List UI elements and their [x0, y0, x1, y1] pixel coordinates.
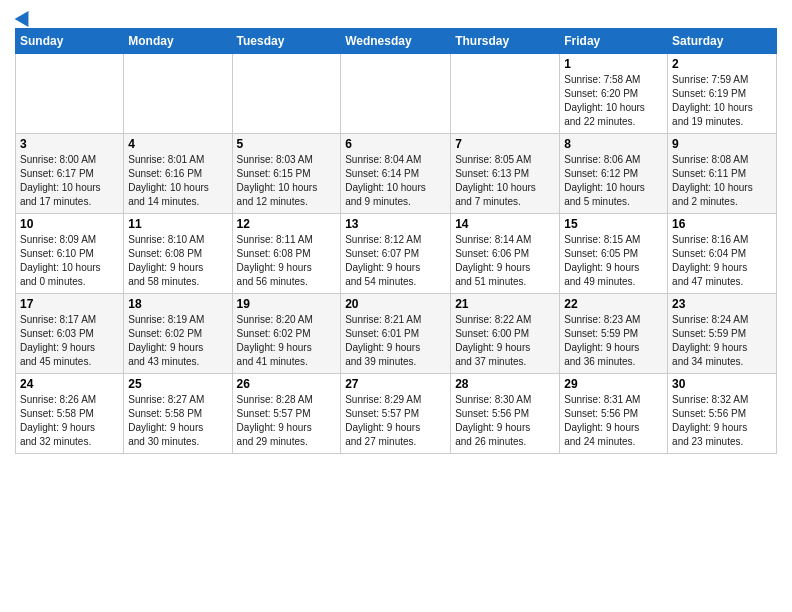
day-info: Sunrise: 8:06 AM Sunset: 6:12 PM Dayligh…: [564, 153, 663, 209]
calendar-cell: 30Sunrise: 8:32 AM Sunset: 5:56 PM Dayli…: [668, 374, 777, 454]
day-number: 2: [672, 57, 772, 71]
day-number: 4: [128, 137, 227, 151]
day-number: 14: [455, 217, 555, 231]
calendar-cell: 9Sunrise: 8:08 AM Sunset: 6:11 PM Daylig…: [668, 134, 777, 214]
day-info: Sunrise: 8:01 AM Sunset: 6:16 PM Dayligh…: [128, 153, 227, 209]
calendar-cell: 26Sunrise: 8:28 AM Sunset: 5:57 PM Dayli…: [232, 374, 341, 454]
day-info: Sunrise: 8:26 AM Sunset: 5:58 PM Dayligh…: [20, 393, 119, 449]
weekday-header-friday: Friday: [560, 29, 668, 54]
week-row-1: 1Sunrise: 7:58 AM Sunset: 6:20 PM Daylig…: [16, 54, 777, 134]
calendar-cell: 7Sunrise: 8:05 AM Sunset: 6:13 PM Daylig…: [451, 134, 560, 214]
day-number: 12: [237, 217, 337, 231]
calendar-cell: [232, 54, 341, 134]
calendar-cell: [124, 54, 232, 134]
day-info: Sunrise: 8:20 AM Sunset: 6:02 PM Dayligh…: [237, 313, 337, 369]
calendar-cell: 27Sunrise: 8:29 AM Sunset: 5:57 PM Dayli…: [341, 374, 451, 454]
weekday-header-sunday: Sunday: [16, 29, 124, 54]
day-number: 22: [564, 297, 663, 311]
day-info: Sunrise: 8:12 AM Sunset: 6:07 PM Dayligh…: [345, 233, 446, 289]
weekday-header-row: SundayMondayTuesdayWednesdayThursdayFrid…: [16, 29, 777, 54]
calendar-cell: 22Sunrise: 8:23 AM Sunset: 5:59 PM Dayli…: [560, 294, 668, 374]
day-number: 30: [672, 377, 772, 391]
day-number: 3: [20, 137, 119, 151]
day-number: 21: [455, 297, 555, 311]
day-number: 28: [455, 377, 555, 391]
calendar-cell: 21Sunrise: 8:22 AM Sunset: 6:00 PM Dayli…: [451, 294, 560, 374]
weekday-header-tuesday: Tuesday: [232, 29, 341, 54]
day-info: Sunrise: 8:22 AM Sunset: 6:00 PM Dayligh…: [455, 313, 555, 369]
day-number: 18: [128, 297, 227, 311]
calendar-body: 1Sunrise: 7:58 AM Sunset: 6:20 PM Daylig…: [16, 54, 777, 454]
day-info: Sunrise: 8:17 AM Sunset: 6:03 PM Dayligh…: [20, 313, 119, 369]
page-header: [15, 10, 777, 24]
calendar-cell: 2Sunrise: 7:59 AM Sunset: 6:19 PM Daylig…: [668, 54, 777, 134]
calendar-cell: 13Sunrise: 8:12 AM Sunset: 6:07 PM Dayli…: [341, 214, 451, 294]
calendar-cell: 10Sunrise: 8:09 AM Sunset: 6:10 PM Dayli…: [16, 214, 124, 294]
calendar-cell: 19Sunrise: 8:20 AM Sunset: 6:02 PM Dayli…: [232, 294, 341, 374]
day-number: 13: [345, 217, 446, 231]
day-info: Sunrise: 8:24 AM Sunset: 5:59 PM Dayligh…: [672, 313, 772, 369]
calendar-cell: 1Sunrise: 7:58 AM Sunset: 6:20 PM Daylig…: [560, 54, 668, 134]
calendar-cell: 5Sunrise: 8:03 AM Sunset: 6:15 PM Daylig…: [232, 134, 341, 214]
day-info: Sunrise: 7:59 AM Sunset: 6:19 PM Dayligh…: [672, 73, 772, 129]
calendar-cell: 23Sunrise: 8:24 AM Sunset: 5:59 PM Dayli…: [668, 294, 777, 374]
day-info: Sunrise: 8:30 AM Sunset: 5:56 PM Dayligh…: [455, 393, 555, 449]
day-info: Sunrise: 8:31 AM Sunset: 5:56 PM Dayligh…: [564, 393, 663, 449]
weekday-header-monday: Monday: [124, 29, 232, 54]
day-number: 8: [564, 137, 663, 151]
logo: [15, 14, 33, 24]
calendar-cell: 6Sunrise: 8:04 AM Sunset: 6:14 PM Daylig…: [341, 134, 451, 214]
calendar-cell: 4Sunrise: 8:01 AM Sunset: 6:16 PM Daylig…: [124, 134, 232, 214]
day-number: 23: [672, 297, 772, 311]
week-row-3: 10Sunrise: 8:09 AM Sunset: 6:10 PM Dayli…: [16, 214, 777, 294]
calendar-cell: [451, 54, 560, 134]
calendar-cell: 24Sunrise: 8:26 AM Sunset: 5:58 PM Dayli…: [16, 374, 124, 454]
day-info: Sunrise: 8:14 AM Sunset: 6:06 PM Dayligh…: [455, 233, 555, 289]
day-info: Sunrise: 8:04 AM Sunset: 6:14 PM Dayligh…: [345, 153, 446, 209]
day-info: Sunrise: 8:27 AM Sunset: 5:58 PM Dayligh…: [128, 393, 227, 449]
day-number: 26: [237, 377, 337, 391]
day-info: Sunrise: 8:28 AM Sunset: 5:57 PM Dayligh…: [237, 393, 337, 449]
day-info: Sunrise: 8:09 AM Sunset: 6:10 PM Dayligh…: [20, 233, 119, 289]
calendar-cell: [341, 54, 451, 134]
weekday-header-thursday: Thursday: [451, 29, 560, 54]
calendar-cell: 11Sunrise: 8:10 AM Sunset: 6:08 PM Dayli…: [124, 214, 232, 294]
week-row-4: 17Sunrise: 8:17 AM Sunset: 6:03 PM Dayli…: [16, 294, 777, 374]
day-number: 5: [237, 137, 337, 151]
calendar-cell: 17Sunrise: 8:17 AM Sunset: 6:03 PM Dayli…: [16, 294, 124, 374]
day-number: 27: [345, 377, 446, 391]
calendar-cell: 20Sunrise: 8:21 AM Sunset: 6:01 PM Dayli…: [341, 294, 451, 374]
day-info: Sunrise: 7:58 AM Sunset: 6:20 PM Dayligh…: [564, 73, 663, 129]
day-number: 29: [564, 377, 663, 391]
calendar-cell: 15Sunrise: 8:15 AM Sunset: 6:05 PM Dayli…: [560, 214, 668, 294]
day-number: 17: [20, 297, 119, 311]
day-info: Sunrise: 8:10 AM Sunset: 6:08 PM Dayligh…: [128, 233, 227, 289]
weekday-header-saturday: Saturday: [668, 29, 777, 54]
calendar-cell: 28Sunrise: 8:30 AM Sunset: 5:56 PM Dayli…: [451, 374, 560, 454]
day-number: 6: [345, 137, 446, 151]
day-info: Sunrise: 8:32 AM Sunset: 5:56 PM Dayligh…: [672, 393, 772, 449]
day-info: Sunrise: 8:23 AM Sunset: 5:59 PM Dayligh…: [564, 313, 663, 369]
calendar-cell: 29Sunrise: 8:31 AM Sunset: 5:56 PM Dayli…: [560, 374, 668, 454]
calendar-cell: 12Sunrise: 8:11 AM Sunset: 6:08 PM Dayli…: [232, 214, 341, 294]
weekday-header-wednesday: Wednesday: [341, 29, 451, 54]
day-number: 25: [128, 377, 227, 391]
day-info: Sunrise: 8:03 AM Sunset: 6:15 PM Dayligh…: [237, 153, 337, 209]
calendar-table: SundayMondayTuesdayWednesdayThursdayFrid…: [15, 28, 777, 454]
calendar-cell: 16Sunrise: 8:16 AM Sunset: 6:04 PM Dayli…: [668, 214, 777, 294]
day-number: 1: [564, 57, 663, 71]
day-number: 7: [455, 137, 555, 151]
day-info: Sunrise: 8:05 AM Sunset: 6:13 PM Dayligh…: [455, 153, 555, 209]
day-number: 20: [345, 297, 446, 311]
week-row-2: 3Sunrise: 8:00 AM Sunset: 6:17 PM Daylig…: [16, 134, 777, 214]
day-info: Sunrise: 8:11 AM Sunset: 6:08 PM Dayligh…: [237, 233, 337, 289]
day-info: Sunrise: 8:15 AM Sunset: 6:05 PM Dayligh…: [564, 233, 663, 289]
week-row-5: 24Sunrise: 8:26 AM Sunset: 5:58 PM Dayli…: [16, 374, 777, 454]
day-number: 11: [128, 217, 227, 231]
calendar-cell: 3Sunrise: 8:00 AM Sunset: 6:17 PM Daylig…: [16, 134, 124, 214]
day-number: 9: [672, 137, 772, 151]
day-info: Sunrise: 8:00 AM Sunset: 6:17 PM Dayligh…: [20, 153, 119, 209]
day-number: 19: [237, 297, 337, 311]
calendar-cell: 18Sunrise: 8:19 AM Sunset: 6:02 PM Dayli…: [124, 294, 232, 374]
day-info: Sunrise: 8:19 AM Sunset: 6:02 PM Dayligh…: [128, 313, 227, 369]
